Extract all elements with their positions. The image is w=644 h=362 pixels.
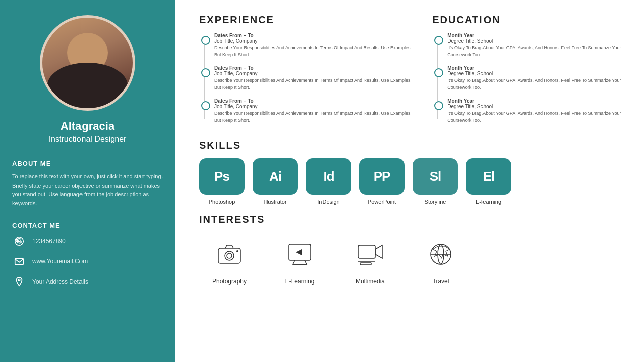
phone-value: 1234567890 <box>32 238 66 245</box>
education-section: EDUCATION Month Year Degree Title, Schoo… <box>432 14 626 131</box>
main-content: EXPERIENCE Dates From – To Job Title, Co… <box>175 0 644 362</box>
exp-desc-2: Describe Your Responsibilities And Achie… <box>214 77 412 91</box>
photography-icon <box>211 236 248 273</box>
person-title: Instructional Designer <box>49 135 127 144</box>
edu-degree-1: Degree Title, School <box>447 38 626 44</box>
avatar <box>40 15 135 111</box>
svg-point-7 <box>236 250 238 252</box>
skills-section: SKILLS Ps Photoshop Ai Illustrator Id In… <box>199 140 626 205</box>
indesign-icon-box: Id <box>306 158 351 195</box>
powerpoint-icon-box: PP <box>359 158 405 195</box>
interest-photography: Photography <box>199 236 260 285</box>
photoshop-icon-box: Ps <box>199 158 245 195</box>
svg-rect-12 <box>360 263 371 265</box>
email-value: www.Youremail.Com <box>32 258 88 265</box>
elearning-interest-label: E-Learning <box>285 278 315 285</box>
illustrator-icon-box: Ai <box>253 158 298 195</box>
experience-timeline: Dates From – To Job Title, Company Descr… <box>199 33 412 124</box>
interest-travel: Travel <box>411 236 471 285</box>
svg-rect-10 <box>358 245 375 258</box>
exp-job-3: Job Title, Company <box>214 104 412 109</box>
edu-item-1: Month Year Degree Title, School It's Oka… <box>447 33 626 58</box>
storyline-icon-box: Sl <box>413 158 458 195</box>
exp-desc-3: Describe Your Responsibilities And Achie… <box>214 110 412 124</box>
skill-illustrator: Ai Illustrator <box>253 158 298 205</box>
elearning-interest-icon <box>282 236 318 273</box>
exp-dates-3: Dates From – To <box>214 98 412 104</box>
about-text: To replace this text with your own, just… <box>12 172 163 208</box>
interest-multimedia: Multimedia <box>340 236 400 285</box>
email-icon <box>12 254 26 268</box>
illustrator-label: Illustrator <box>264 199 286 205</box>
person-name: Altagracia <box>61 120 114 133</box>
interests-title: INTERESTS <box>199 214 626 225</box>
edu-dates-1: Month Year <box>447 33 626 38</box>
svg-rect-2 <box>15 259 24 265</box>
photoshop-label: Photoshop <box>209 199 235 205</box>
exp-desc-1: Describe Your Responsibilities And Achie… <box>214 45 412 58</box>
photography-label: Photography <box>212 278 247 285</box>
contact-heading: CONTACT ME <box>12 222 163 229</box>
elearning-label: E-learning <box>476 199 501 205</box>
edu-dates-3: Month Year <box>447 98 626 104</box>
exp-item-1: Dates From – To Job Title, Company Descr… <box>214 33 412 58</box>
storyline-label: Storyline <box>425 199 446 205</box>
skill-storyline: Sl Storyline <box>413 158 458 205</box>
powerpoint-label: PowerPoint <box>368 199 396 205</box>
multimedia-icon <box>352 236 388 273</box>
exp-job-2: Job Title, Company <box>214 71 412 76</box>
edu-item-2: Month Year Degree Title, School It's Oka… <box>447 65 626 91</box>
skill-powerpoint: PP PowerPoint <box>359 158 405 205</box>
edu-degree-2: Degree Title, School <box>447 71 626 76</box>
travel-label: Travel <box>433 278 449 285</box>
exp-dates-1: Dates From – To <box>214 33 412 38</box>
svg-point-6 <box>227 253 232 258</box>
exp-dates-2: Dates From – To <box>214 65 412 71</box>
exp-job-1: Job Title, Company <box>214 38 412 44</box>
travel-icon <box>423 236 459 273</box>
exp-edu-row: EXPERIENCE Dates From – To Job Title, Co… <box>199 14 626 131</box>
location-icon <box>12 275 26 289</box>
exp-item-2: Dates From – To Job Title, Company Descr… <box>214 65 412 91</box>
exp-item-3: Dates From – To Job Title, Company Descr… <box>214 98 412 124</box>
interests-grid: Photography E-Learning <box>199 232 626 285</box>
svg-point-3 <box>18 279 20 281</box>
indesign-label: InDesign <box>317 199 339 205</box>
phone-icon <box>12 234 26 248</box>
svg-point-5 <box>225 251 234 260</box>
sidebar: Altagracia Instructional Designer ABOUT … <box>0 0 175 362</box>
interests-section: INTERESTS Photography <box>199 214 626 285</box>
multimedia-label: Multimedia <box>356 278 385 285</box>
edu-degree-3: Degree Title, School <box>447 104 626 109</box>
about-heading: ABOUT ME <box>12 160 163 167</box>
interest-elearning: E-Learning <box>270 236 330 285</box>
elearning-icon-box: El <box>466 158 511 195</box>
address-item: Your Address Details <box>12 275 163 289</box>
email-item: www.Youremail.Com <box>12 254 163 268</box>
address-value: Your Address Details <box>32 278 88 285</box>
experience-title: EXPERIENCE <box>199 14 412 26</box>
contact-list: 1234567890 www.Youremail.Com Your Addres… <box>12 234 163 295</box>
skill-indesign: Id InDesign <box>306 158 351 205</box>
edu-desc-3: It's Okay To Brag About Your GPA, Awards… <box>447 110 626 124</box>
edu-desc-1: It's Okay To Brag About Your GPA, Awards… <box>447 45 626 58</box>
edu-item-3: Month Year Degree Title, School It's Oka… <box>447 98 626 124</box>
skill-photoshop: Ps Photoshop <box>199 158 245 205</box>
skills-title: SKILLS <box>199 140 626 151</box>
education-timeline: Month Year Degree Title, School It's Oka… <box>432 33 626 124</box>
experience-section: EXPERIENCE Dates From – To Job Title, Co… <box>199 14 412 131</box>
skills-grid: Ps Photoshop Ai Illustrator Id InDesign … <box>199 158 626 205</box>
phone-item: 1234567890 <box>12 234 163 248</box>
svg-point-1 <box>19 238 20 239</box>
edu-desc-2: It's Okay To Brag About Your GPA, Awards… <box>447 77 626 91</box>
skill-elearning: El E-learning <box>466 158 511 205</box>
edu-dates-2: Month Year <box>447 65 626 71</box>
education-title: EDUCATION <box>432 14 626 26</box>
